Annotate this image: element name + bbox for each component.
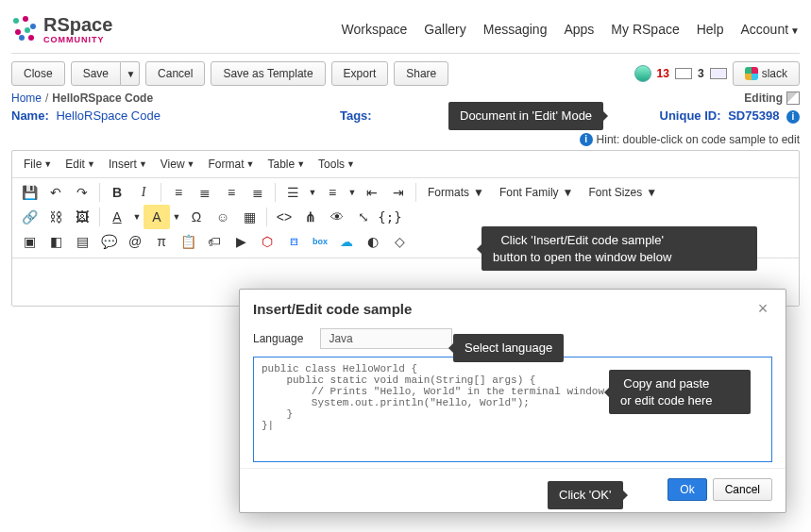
- menu-table[interactable]: Table▼: [262, 155, 311, 174]
- align-justify-icon[interactable]: ≣: [245, 180, 271, 205]
- chem-icon[interactable]: ⬡: [254, 229, 280, 254]
- record-icon[interactable]: ▣: [16, 229, 42, 254]
- align-left-icon[interactable]: ≡: [165, 180, 192, 205]
- dropbox-icon[interactable]: ⧈: [280, 229, 307, 254]
- indent-icon[interactable]: ⇥: [385, 180, 412, 205]
- align-right-icon[interactable]: ≡: [218, 180, 245, 205]
- uid-value[interactable]: SD75398: [728, 108, 779, 123]
- special-char-icon[interactable]: Ω: [183, 205, 210, 229]
- envelope-icon[interactable]: [675, 68, 692, 79]
- code-sample-icon[interactable]: {;}: [377, 205, 403, 229]
- bgcolor-icon[interactable]: A: [144, 205, 170, 229]
- video-icon[interactable]: ▶: [228, 229, 254, 254]
- bgcolor-dropdown-icon[interactable]: ▼: [170, 205, 183, 229]
- bullet-list-dropdown-icon[interactable]: ▼: [306, 180, 319, 205]
- notif-count-red[interactable]: 13: [657, 67, 669, 80]
- menu-edit[interactable]: Edit▼: [59, 155, 101, 174]
- nav-myrspace[interactable]: My RSpace: [611, 22, 679, 37]
- edit-status: Editing: [744, 91, 800, 105]
- misc-icon[interactable]: ◇: [386, 229, 413, 254]
- link-icon[interactable]: 🔗: [16, 205, 42, 229]
- undo-icon[interactable]: ↶: [42, 180, 69, 205]
- menu-tools[interactable]: Tools▼: [313, 155, 361, 174]
- dialog-title: Insert/Edit code sample: [253, 301, 412, 317]
- number-list-icon[interactable]: ≡: [319, 180, 346, 205]
- language-select[interactable]: Java: [320, 328, 452, 349]
- source-code-icon[interactable]: <>: [271, 205, 297, 229]
- edit-mode-icon[interactable]: [786, 91, 800, 105]
- save-dropdown-button[interactable]: ▼: [121, 61, 140, 86]
- app-logo[interactable]: RSpace COMMUNITY: [11, 14, 112, 44]
- close-button[interactable]: Close: [11, 61, 65, 86]
- attachment-icon[interactable]: 🏷: [201, 229, 228, 254]
- share-button[interactable]: Share: [394, 61, 448, 86]
- name-value: HelloRSpace Code: [56, 108, 161, 123]
- fontfamily-dropdown[interactable]: Font Family▼: [492, 183, 582, 202]
- message-count[interactable]: 3: [698, 67, 704, 80]
- save-as-template-button[interactable]: Save as Template: [211, 61, 325, 86]
- align-center-icon[interactable]: ≣: [192, 180, 218, 205]
- table-icon[interactable]: ▦: [236, 205, 262, 229]
- fontsizes-dropdown[interactable]: Font Sizes▼: [581, 183, 665, 202]
- chevron-down-icon: ▼: [296, 159, 305, 169]
- language-label: Language: [253, 332, 303, 345]
- github-icon[interactable]: ◐: [360, 229, 386, 254]
- nav-account[interactable]: Account▼: [741, 22, 801, 37]
- modal-cancel-button[interactable]: Cancel: [713, 478, 772, 501]
- bold-icon[interactable]: B: [104, 180, 130, 205]
- unlink-icon[interactable]: ⛓: [42, 205, 69, 229]
- nav-gallery[interactable]: Gallery: [424, 22, 465, 37]
- number-list-dropdown-icon[interactable]: ▼: [346, 180, 359, 205]
- chevron-down-icon: ▼: [43, 159, 52, 169]
- menu-view[interactable]: View▼: [155, 155, 201, 174]
- bullet-list-icon[interactable]: ☰: [279, 180, 306, 205]
- italic-icon[interactable]: I: [130, 180, 157, 205]
- slack-label: slack: [762, 67, 787, 80]
- table2-icon[interactable]: ▤: [69, 229, 95, 254]
- at-icon[interactable]: @: [122, 229, 148, 254]
- emoji-icon[interactable]: ☺: [210, 205, 236, 229]
- ok-button[interactable]: Ok: [667, 478, 706, 501]
- breadcrumb-home[interactable]: Home: [11, 91, 42, 105]
- box-icon[interactable]: box: [307, 229, 333, 254]
- envelope2-icon[interactable]: [710, 68, 727, 79]
- cancel-button[interactable]: Cancel: [145, 61, 205, 86]
- sketch-icon[interactable]: π: [148, 229, 175, 254]
- image-icon[interactable]: 🖼: [69, 205, 95, 229]
- globe-icon[interactable]: [634, 65, 651, 82]
- edit-status-label: Editing: [744, 91, 783, 105]
- find-icon[interactable]: ⋔: [297, 205, 324, 229]
- annot-click-ok: Click 'OK': [548, 481, 623, 509]
- chart-icon[interactable]: ◧: [42, 229, 69, 254]
- comment-icon[interactable]: 💬: [95, 229, 122, 254]
- nav-workspace[interactable]: Workspace: [342, 22, 408, 37]
- nav-messaging[interactable]: Messaging: [483, 22, 548, 37]
- breadcrumb-sep: /: [45, 91, 48, 105]
- redo-icon[interactable]: ↷: [69, 180, 95, 205]
- export-button[interactable]: Export: [331, 61, 389, 86]
- save-icon[interactable]: 💾: [16, 180, 42, 205]
- uid-label: Unique ID:: [660, 108, 721, 123]
- preview-icon[interactable]: 👁: [324, 205, 350, 229]
- textcolor-icon[interactable]: A: [104, 205, 130, 229]
- doc-uid: Unique ID: SD75398 i: [660, 108, 800, 124]
- chevron-down-icon: ▼: [646, 186, 657, 199]
- textcolor-dropdown-icon[interactable]: ▼: [130, 205, 144, 229]
- formats-dropdown[interactable]: Formats▼: [420, 183, 492, 202]
- outdent-icon[interactable]: ⇤: [359, 180, 385, 205]
- onedrive-icon[interactable]: ☁: [333, 229, 360, 254]
- nav-apps[interactable]: Apps: [564, 22, 594, 37]
- menu-file[interactable]: File▼: [18, 155, 58, 174]
- chevron-down-icon: ▼: [790, 25, 800, 36]
- slack-button[interactable]: slack: [733, 61, 800, 86]
- nav-help[interactable]: Help: [697, 22, 724, 37]
- chevron-down-icon: ▼: [246, 159, 255, 169]
- menu-format[interactable]: Format▼: [203, 155, 261, 174]
- clipboard-icon[interactable]: 📋: [175, 229, 201, 254]
- close-icon[interactable]: ×: [753, 299, 772, 319]
- menu-insert[interactable]: Insert▼: [103, 155, 153, 174]
- save-button[interactable]: Save: [71, 61, 121, 86]
- name-label: Name:: [11, 108, 49, 123]
- info-icon[interactable]: i: [786, 110, 800, 124]
- fullscreen-icon[interactable]: ⤡: [350, 205, 377, 229]
